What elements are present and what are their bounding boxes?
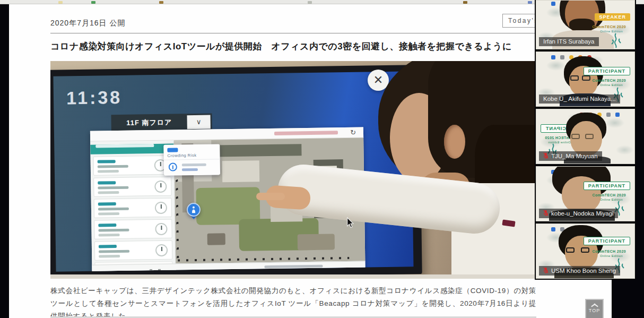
article-headline: コロナ感染対策向けオフィスIoTツールが提供開始 オフィス内での3密を回避し、接…	[50, 40, 544, 53]
gauge-icon	[154, 181, 167, 193]
area-card	[93, 156, 171, 176]
tab-favicon	[528, 1, 532, 4]
status-chip	[167, 148, 178, 152]
participant-name: USM Khoo Boon Sheng	[539, 266, 620, 276]
participant-badge: PARTICIPANT	[584, 182, 630, 190]
tab-favicon	[159, 1, 163, 4]
area-card	[93, 177, 171, 197]
publish-date: 2020年7月16日 公開	[50, 19, 125, 28]
article-body: 株式会社ビーキャップは、三井デザインテック株式会社の開発協力のもと、オフィスにお…	[50, 285, 536, 318]
mouse-cursor	[346, 217, 354, 230]
commtech-mascot	[610, 32, 622, 48]
divider	[50, 33, 536, 33]
toolbar-text-placeholder	[274, 131, 338, 135]
participant-name: kobe-u_Nodoka Miyagi	[539, 209, 618, 218]
refresh-icon: ↻	[350, 128, 356, 136]
presence-pin	[187, 203, 201, 219]
tab-favicon	[463, 1, 467, 4]
floor-selector-label: 11F 南フロア	[111, 117, 187, 128]
area-card	[94, 219, 172, 239]
tab-favicon	[91, 1, 95, 4]
event-title: CommTECH 2020	[592, 79, 626, 82]
video-tile-muyuan[interactable]: PARTICIPANT CommTECH 2020 Online Edition…	[536, 109, 635, 164]
participant-name: Irfan ITS Surabaya	[539, 37, 599, 46]
gauge-icon	[155, 244, 168, 256]
crowding-popup: Crowding Risk	[163, 144, 220, 175]
gauge-icon	[155, 202, 167, 214]
video-tile-irfan[interactable]: SPEAKER CommTECH 2020 Online Edition Irf…	[536, 0, 635, 49]
woman-ear	[444, 125, 465, 159]
muted-mic-icon	[543, 267, 549, 274]
clock-text: 11:38	[66, 87, 123, 108]
chevron-down-icon: ∨	[187, 115, 211, 130]
participant-badge: PARTICIPANT	[584, 237, 630, 245]
sensor-dots	[178, 257, 349, 262]
video-tile-khoo[interactable]: PARTICIPANT CommTECH 2020 Online Edition…	[536, 224, 635, 279]
zoom-controls	[150, 269, 163, 272]
participant-name: Kobe U_ Akifumi Nakaya...	[539, 94, 620, 104]
video-tile-nodoka[interactable]: PARTICIPANT CommTECH 2020 Online Edition…	[536, 166, 635, 221]
back-to-top-button[interactable]: TOP	[585, 299, 604, 318]
participant-badge: PARTICIPANT	[584, 67, 630, 75]
muted-mic-icon	[543, 152, 549, 159]
event-title: CommTECH 2020	[592, 193, 626, 197]
article-photo: 11:38 11F 南フロア ∨ ↻	[50, 61, 545, 279]
screen-share-stage: 2020年7月16日 公開 Today's P コロナ感染対策向けオフィスIoT…	[0, 0, 644, 318]
tab-favicon	[308, 1, 312, 4]
app-sidebar	[90, 141, 176, 272]
popup-title: Crowding Risk	[167, 153, 196, 158]
event-title: CommTECH 2020	[592, 25, 626, 29]
person-icon	[191, 206, 196, 213]
area-card	[94, 240, 172, 261]
area-card	[94, 198, 172, 218]
photo-bottom-edge	[50, 274, 545, 279]
speaker-badge: SPEAKER	[595, 13, 630, 21]
event-title: CommTECH 2020	[592, 250, 626, 253]
sidebar-header	[90, 144, 173, 154]
pointing-finger	[256, 193, 285, 200]
muted-mic-icon	[543, 210, 549, 217]
participant-name: TJU_Ma Muyuan	[539, 151, 602, 161]
chevron-up-icon	[591, 303, 598, 307]
gauge-icon	[155, 223, 167, 235]
video-tile-akifumi[interactable]: PARTICIPANT CommTECH 2020 Online Edition…	[536, 51, 635, 107]
participants-panel: SPEAKER CommTECH 2020 Online Edition Irf…	[535, 0, 636, 280]
article-page: 2020年7月16日 公開 Today's P コロナ感染対策向けオフィスIoT…	[9, 4, 612, 318]
tab-favicon	[58, 1, 63, 4]
person-badge-icon	[169, 162, 177, 171]
